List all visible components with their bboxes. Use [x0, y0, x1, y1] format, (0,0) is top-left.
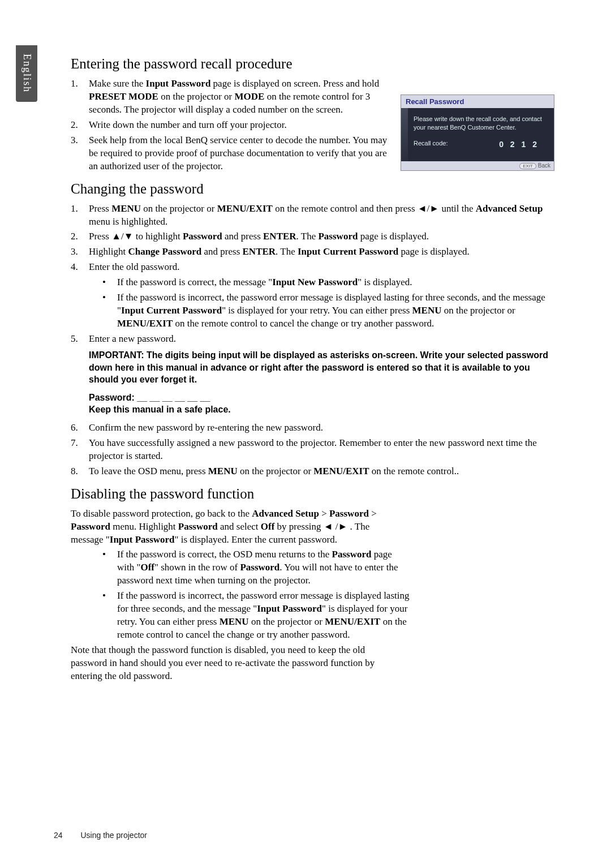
change-step-8: 8.To leave the OSD menu, press MENU on t…: [71, 465, 554, 478]
disable-substeps: If the password is correct, the OSD menu…: [89, 548, 411, 642]
page-number: 24: [54, 831, 63, 840]
recall-code-value: 0 2 1 2: [499, 139, 539, 151]
heading-recall-procedure: Entering the password recall procedure: [71, 56, 554, 72]
change-step-5: 5.Enter a new password.: [71, 333, 554, 346]
change-step-1: 1.Press MENU on the projector or MENU/EX…: [71, 203, 554, 229]
accent-bar: [401, 108, 408, 161]
recall-fig-title: Recall Password: [401, 95, 554, 108]
change-steps: 1.Press MENU on the projector or MENU/EX…: [71, 203, 554, 274]
chapter-title: Using the projector: [80, 831, 147, 840]
exit-button-graphic: EXIT: [519, 163, 536, 169]
recall-password-figure: Recall Password Please write down the re…: [401, 94, 554, 171]
recall-step-3: 3.Seek help from the local BenQ service …: [71, 134, 393, 173]
disable-sub-2: If the password is incorrect, the passwo…: [89, 590, 411, 642]
change-step-3: 3.Highlight Change Password and press EN…: [71, 246, 554, 259]
change-step-6: 6.Confirm the new password by re-enterin…: [71, 422, 554, 435]
disable-sub-1: If the password is correct, the OSD menu…: [89, 548, 411, 587]
important-note: IMPORTANT: The digits being input will b…: [71, 349, 554, 386]
change-step-2: 2.Press ▲/▼ to highlight Password and pr…: [71, 230, 554, 243]
change-sub-1: If the password is correct, the message …: [89, 276, 554, 289]
recall-step-1: 1.Make sure the Input Password page is d…: [71, 78, 393, 117]
change-steps-cont2: 6.Confirm the new password by re-enterin…: [71, 422, 554, 478]
back-label: Back: [538, 162, 550, 169]
heading-disabling-password: Disabling the password function: [71, 486, 554, 502]
change-sub-2: If the password is incorrect, the passwo…: [89, 291, 554, 330]
recall-fig-footer: EXIT Back: [401, 161, 554, 170]
change-substeps: If the password is correct, the message …: [89, 276, 554, 330]
disable-note: Note that though the password function i…: [71, 644, 385, 683]
change-step-7: 7.You have successfully assigned a new p…: [71, 437, 554, 463]
change-step-4: 4.Enter the old password.: [71, 261, 554, 274]
page-footer: 24 Using the projector: [54, 831, 147, 840]
change-steps-cont: 5.Enter a new password.: [71, 333, 554, 346]
disable-intro: To disable password protection, go back …: [71, 508, 385, 547]
recall-fig-message: Please write down the recall code, and c…: [414, 115, 546, 132]
page-content: Entering the password recall procedure 1…: [71, 48, 554, 685]
recall-step-2: 2.Write down the number and turn off you…: [71, 119, 393, 132]
heading-changing-password: Changing the password: [71, 181, 554, 197]
recall-code-label: Recall code:: [414, 139, 448, 151]
keep-manual-note: Keep this manual in a safe place.: [71, 403, 554, 416]
password-blank-line: Password: __ __ __ __ __ __: [71, 392, 554, 404]
recall-fig-body: Please write down the recall code, and c…: [401, 108, 554, 161]
language-tab: English: [16, 45, 37, 102]
